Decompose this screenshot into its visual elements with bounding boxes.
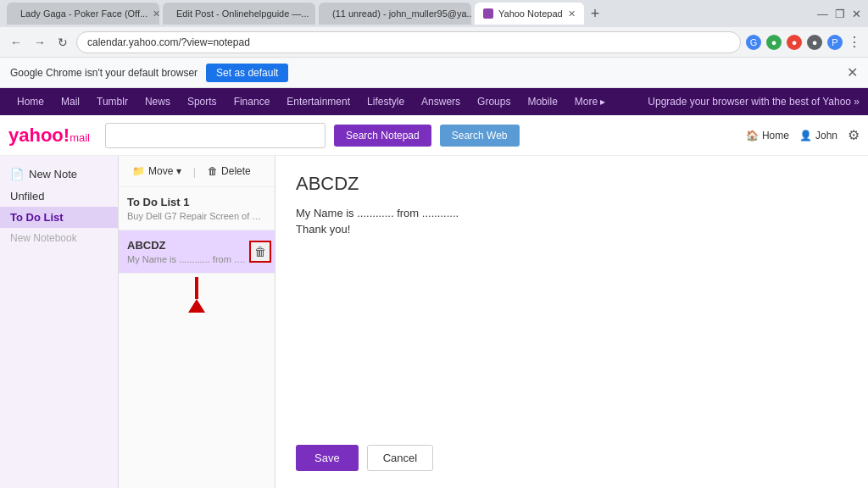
note-item-abcdz[interactable]: ABCDZ My Name is ............ from .....…: [119, 230, 275, 274]
note-editor: ABCDZ My Name is ............ from .....…: [275, 156, 868, 488]
google-account-icon[interactable]: G: [746, 35, 761, 50]
tab-notepad-close[interactable]: ✕: [568, 8, 576, 19]
delete-button[interactable]: 🗑 Delete: [203, 163, 256, 180]
note-body-line1: My Name is ............ from ...........…: [296, 207, 848, 219]
arrow-up: [188, 299, 205, 313]
set-default-button[interactable]: Set as default: [206, 64, 288, 82]
note-editor-body[interactable]: My Name is ............ from ...........…: [296, 207, 848, 436]
cancel-button[interactable]: Cancel: [367, 445, 433, 471]
tab-editpost-label: Edit Post - Onlinehelpguide —...: [176, 8, 309, 19]
search-web-button[interactable]: Search Web: [440, 125, 520, 147]
yahoo-mail-header: yahoo!mail Search Notepad Search Web 🏠 H…: [0, 115, 868, 156]
tab-editpost[interactable]: Edit Post - Onlinehelpguide —... ✕: [163, 3, 315, 25]
default-browser-bar: Google Chrome isn't your default browser…: [0, 58, 868, 88]
nav-entertainment[interactable]: Entertainment: [278, 96, 359, 108]
tab-notepad[interactable]: Yahoo Notepad ✕: [475, 3, 584, 25]
nav-groups[interactable]: Groups: [469, 96, 519, 108]
sidebar-item-todo[interactable]: To Do List: [0, 207, 118, 228]
more-options-icon[interactable]: ⋮: [848, 34, 861, 50]
search-notepad-button[interactable]: Search Notepad: [334, 125, 431, 147]
yahoo-navbar: Home Mail Tumblr News Sports Finance Ent…: [0, 88, 868, 115]
extension-icon-3[interactable]: ●: [807, 35, 822, 50]
header-home-link[interactable]: 🏠 Home: [746, 130, 789, 141]
notes-list: 📁 Move ▾ | 🗑 Delete To Do List 1 Buy Del…: [119, 156, 275, 488]
note-item-todo[interactable]: To Do List 1 Buy Dell G7 Repair Screen o…: [119, 187, 275, 230]
address-icons: G ● ● ● P ⋮: [746, 34, 861, 50]
move-button[interactable]: 📁 Move ▾: [127, 163, 186, 180]
close-default-bar-button[interactable]: ✕: [847, 64, 858, 80]
yahoo-logo: yahoo!mail: [8, 125, 90, 147]
note-title-abcdz: ABCDZ: [127, 239, 246, 252]
note-delete-icon[interactable]: 🗑: [249, 241, 271, 263]
tab-music-close[interactable]: ✕: [153, 8, 159, 19]
note-preview-todo: Buy Dell G7 Repair Screen of D...: [127, 211, 266, 221]
note-title-todo: To Do List 1: [127, 196, 266, 208]
arrow-shaft: [195, 277, 198, 299]
move-icon: 📁: [132, 165, 145, 177]
nav-lifestyle[interactable]: Lifestyle: [359, 96, 413, 108]
nav-mail[interactable]: Mail: [53, 96, 88, 108]
note-editor-title: ABCDZ: [296, 173, 848, 195]
forward-button[interactable]: →: [31, 34, 49, 51]
save-button[interactable]: Save: [296, 445, 359, 471]
yahoo-logo-suffix: mail: [70, 131, 90, 144]
tab-mail[interactable]: (11 unread) - john_muller95@ya... ✕: [319, 3, 471, 25]
tab-music-label: Lady Gaga - Poker Face (Off...: [20, 8, 147, 19]
default-browser-message: Google Chrome isn't your default browser: [10, 67, 198, 79]
new-notebook-placeholder[interactable]: New Notebook: [0, 228, 118, 248]
sidebar: 📄 New Note Unfiled To Do List New Notebo…: [0, 156, 119, 488]
header-user-link[interactable]: 👤 John: [799, 130, 837, 141]
extension-icon-2[interactable]: ●: [787, 35, 802, 50]
refresh-button[interactable]: ↻: [54, 34, 71, 51]
maximize-button[interactable]: ❐: [835, 8, 845, 20]
note-preview-abcdz: My Name is ............ from ...........: [127, 254, 246, 264]
browser-addressbar: ← → ↻ G ● ● ● P ⋮: [0, 27, 868, 58]
close-button[interactable]: ✕: [852, 8, 861, 20]
nav-sports[interactable]: Sports: [179, 96, 225, 108]
profile-icon[interactable]: P: [827, 35, 843, 50]
browser-titlebar: Lady Gaga - Poker Face (Off... ✕ Edit Po…: [0, 0, 868, 27]
header-right: 🏠 Home 👤 John ⚙: [746, 127, 860, 143]
note-editor-footer: Save Cancel: [296, 436, 848, 471]
tab-editpost-close[interactable]: ✕: [314, 8, 315, 19]
nav-more[interactable]: More ▸: [566, 96, 615, 108]
sidebar-item-unfiled[interactable]: Unfiled: [0, 186, 118, 207]
back-button[interactable]: ←: [7, 34, 25, 51]
window-controls: — ❐ ✕: [817, 8, 861, 20]
tab-notepad-favicon: [483, 8, 493, 19]
new-note-button[interactable]: 📄 New Note: [0, 163, 118, 186]
notepad-search-input[interactable]: [105, 123, 326, 148]
nav-mobile[interactable]: Mobile: [519, 96, 565, 108]
main-layout: 📄 New Note Unfiled To Do List New Notebo…: [0, 156, 868, 488]
tab-mail-label: (11 unread) - john_muller95@ya...: [332, 8, 471, 19]
address-bar[interactable]: [76, 31, 741, 53]
minimize-button[interactable]: —: [817, 8, 828, 20]
nav-answers[interactable]: Answers: [413, 96, 469, 108]
notes-toolbar: 📁 Move ▾ | 🗑 Delete: [119, 156, 275, 187]
note-body-line2: Thank you!: [296, 223, 848, 236]
tab-notepad-label: Yahoo Notepad: [498, 8, 563, 19]
yahoo-nav-promo: Upgrade your browser with the best of Ya…: [648, 96, 860, 108]
tab-music[interactable]: Lady Gaga - Poker Face (Off... ✕: [7, 3, 159, 25]
nav-home[interactable]: Home: [8, 96, 53, 108]
nav-news[interactable]: News: [136, 96, 179, 108]
toolbar-separator: |: [193, 165, 196, 178]
extension-icon-1[interactable]: ●: [766, 35, 782, 50]
new-note-icon: 📄: [10, 168, 24, 180]
new-tab-button[interactable]: +: [587, 5, 604, 23]
nav-tumblr[interactable]: Tumblr: [88, 96, 136, 108]
arrow-annotation: [119, 274, 275, 316]
delete-icon: 🗑: [208, 165, 218, 177]
settings-icon[interactable]: ⚙: [848, 127, 860, 143]
nav-finance[interactable]: Finance: [225, 96, 279, 108]
